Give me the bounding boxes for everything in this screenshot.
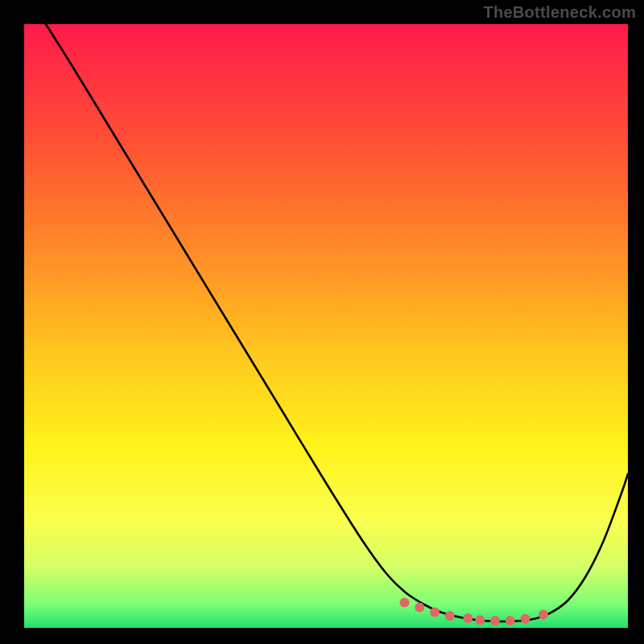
curve-marker [400, 598, 410, 608]
curve-marker [430, 608, 440, 617]
watermark: TheBottleneck.com [483, 3, 636, 22]
chart-container: TheBottleneck.com [0, 0, 644, 644]
curve-marker [415, 603, 424, 613]
curve-marker [475, 615, 485, 625]
curve-marker [539, 610, 548, 620]
curve-marker [445, 611, 455, 621]
curve-marker [506, 616, 515, 625]
curve-marker [463, 613, 473, 623]
curve-marker [521, 614, 530, 624]
plot-background [24, 24, 628, 628]
chart-svg [0, 0, 644, 644]
curve-marker [490, 616, 500, 625]
